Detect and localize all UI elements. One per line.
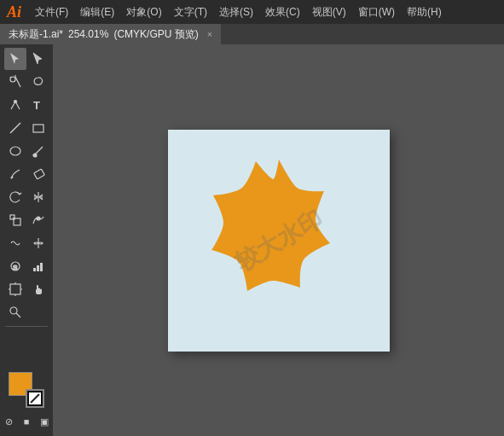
stroke-swatch[interactable] — [26, 389, 44, 408]
canvas-area[interactable]: 较大水印 — [53, 44, 504, 436]
select-tool[interactable] — [4, 48, 26, 70]
stroke-swatch-inner — [27, 391, 43, 406]
direct-select-tool[interactable] — [27, 48, 49, 70]
rect-tool[interactable] — [27, 117, 49, 139]
menu-item-c[interactable]: 效果(C) — [260, 3, 305, 21]
symbol-tool[interactable]: S — [4, 255, 26, 277]
svg-rect-10 — [33, 169, 44, 179]
tool-row-9 — [0, 232, 53, 254]
ellipse-tool[interactable] — [4, 140, 26, 162]
active-tab[interactable]: 未标题-1.ai* 254.01% (CMYK/GPU 预览) × — [0, 24, 221, 44]
artboard: 较大水印 — [168, 130, 390, 352]
tool-row-10: S — [0, 255, 53, 277]
reshape-tool[interactable] — [27, 209, 49, 231]
svg-rect-7 — [33, 125, 43, 132]
swatch-mode-icons: ⊘ ■ ▣ — [1, 414, 52, 429]
tool-row-7 — [0, 186, 53, 208]
svg-point-9 — [33, 154, 37, 157]
svg-text:T: T — [33, 99, 40, 112]
svg-line-0 — [15, 77, 20, 87]
svg-line-27 — [16, 313, 20, 317]
menu-item-v[interactable]: 视图(V) — [307, 3, 351, 21]
svg-line-6 — [10, 123, 20, 133]
tab-bar: 未标题-1.ai* 254.01% (CMYK/GPU 预览) × — [0, 24, 504, 44]
main-area: T — [0, 44, 504, 436]
stroke-none-indicator — [30, 393, 39, 403]
warp-tool[interactable] — [4, 232, 26, 254]
column-graph-tool[interactable] — [27, 255, 49, 277]
svg-text:S: S — [13, 264, 17, 271]
tool-row-6 — [0, 163, 53, 185]
zoom-tool[interactable] — [4, 301, 26, 323]
toolbar-separator — [5, 326, 48, 327]
tab-close-button[interactable]: × — [207, 29, 212, 39]
pen-tool[interactable] — [4, 94, 26, 116]
paintbrush-tool[interactable] — [27, 140, 49, 162]
tool-row-12 — [0, 301, 53, 323]
tab-zoom: 254.01% — [68, 28, 108, 40]
empty-slot — [27, 301, 49, 323]
tool-row-2 — [0, 71, 53, 93]
svg-point-8 — [10, 147, 20, 155]
reflect-tool[interactable] — [27, 186, 49, 208]
tool-row-3: T — [0, 94, 53, 116]
menu-item-h[interactable]: 帮助(H) — [402, 3, 447, 21]
svg-rect-19 — [37, 265, 39, 271]
scale-tool[interactable] — [4, 209, 26, 231]
menu-item-f[interactable]: 文件(F) — [30, 3, 73, 21]
color-button[interactable]: ■ — [19, 414, 34, 429]
tool-row-8 — [0, 209, 53, 231]
pencil-tool[interactable] — [4, 163, 26, 185]
toolbar: T — [0, 44, 53, 436]
artboard-tool[interactable] — [4, 278, 26, 300]
menu-item-s[interactable]: 选择(S) — [214, 3, 258, 21]
color-swatches: ⊘ ■ ▣ — [0, 369, 53, 433]
tool-row-1 — [0, 48, 53, 70]
svg-point-14 — [37, 217, 40, 220]
no-fill-button[interactable]: ⊘ — [1, 414, 16, 429]
lasso-tool[interactable] — [27, 71, 49, 93]
width-tool[interactable] — [27, 232, 49, 254]
svg-point-4 — [14, 101, 16, 103]
tab-mode: (CMYK/GPU 预览) — [113, 27, 198, 42]
fill-stroke-container — [9, 372, 44, 408]
eraser-tool[interactable] — [27, 163, 49, 185]
hand-tool[interactable] — [27, 278, 49, 300]
menu-bar: 文件(F)编辑(E)对象(O)文字(T)选择(S)效果(C)视图(V)窗口(W)… — [30, 3, 447, 21]
tool-row-4 — [0, 117, 53, 139]
tool-row-5 — [0, 140, 53, 162]
app-logo: Ai — [7, 3, 21, 21]
magic-wand-tool[interactable] — [4, 71, 26, 93]
svg-rect-21 — [10, 284, 20, 294]
svg-rect-18 — [33, 268, 36, 271]
star-path — [211, 160, 330, 291]
type-tool[interactable]: T — [27, 94, 49, 116]
svg-rect-20 — [40, 263, 43, 271]
menu-item-t[interactable]: 文字(T) — [169, 3, 212, 21]
star-shape-svg — [189, 151, 368, 330]
line-tool[interactable] — [4, 117, 26, 139]
title-bar: Ai 文件(F)编辑(E)对象(O)文字(T)选择(S)效果(C)视图(V)窗口… — [0, 0, 504, 24]
tab-filename: 未标题-1.ai* — [9, 27, 63, 42]
rotate-tool[interactable] — [4, 186, 26, 208]
svg-line-2 — [10, 77, 11, 78]
menu-item-e[interactable]: 编辑(E) — [75, 3, 119, 21]
svg-point-26 — [10, 307, 17, 314]
tool-row-11 — [0, 278, 53, 300]
menu-item-w[interactable]: 窗口(W) — [353, 3, 400, 21]
menu-item-o[interactable]: 对象(O) — [121, 3, 166, 21]
gradient-button[interactable]: ▣ — [37, 414, 52, 429]
